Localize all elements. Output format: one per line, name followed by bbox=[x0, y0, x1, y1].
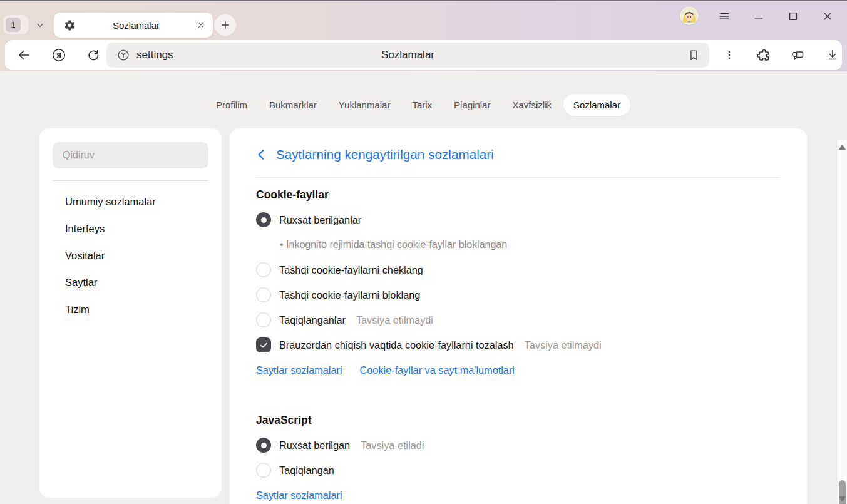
browser-menu-button[interactable] bbox=[716, 8, 732, 24]
maximize-icon bbox=[787, 10, 799, 23]
link-cookie-fayllar-va-sayt-ma-lumotlari[interactable]: Cookie-fayllar va sayt ma'lumotlari bbox=[360, 364, 515, 376]
settings-nav: ProfilimBukmarklarYuklanmalarTarixPlagin… bbox=[0, 94, 836, 116]
checkbox-checked-brauzerdan-chiqish-vaqtida-cookie-fayllarni-tozalash[interactable] bbox=[256, 337, 271, 352]
back-arrow-icon bbox=[16, 48, 31, 63]
radio-selected-ruxsat-berilgan[interactable] bbox=[256, 438, 271, 453]
sidebar-item-umumiy-sozlamalar[interactable]: Umumiy sozlamalar bbox=[39, 188, 222, 215]
nav-tab-plaginlar[interactable]: Plaginlar bbox=[444, 94, 500, 116]
search-input[interactable] bbox=[53, 142, 208, 168]
password-manager-button[interactable] bbox=[790, 48, 805, 63]
sidebar-item-saytlar[interactable]: Saytlar bbox=[39, 269, 222, 296]
download-icon bbox=[825, 48, 840, 63]
page-title[interactable]: Saytlarning kengaytirilgan sozlamalari bbox=[276, 147, 494, 162]
settings-page: ProfilimBukmarklarYuklanmalarTarixPlagin… bbox=[0, 71, 847, 504]
tab-title: Sozlamalar bbox=[76, 20, 197, 31]
option-tashqi-cookie-fayllarni-bloklang[interactable]: Tashqi cookie-fayllarni bloklang bbox=[256, 282, 779, 307]
back-chevron-icon[interactable] bbox=[256, 148, 266, 161]
sidebar-item-vositalar[interactable]: Vositalar bbox=[39, 242, 222, 269]
protect-icon bbox=[116, 48, 130, 62]
sidebar-item-interfeys[interactable]: Interfeys bbox=[39, 215, 222, 242]
scroll-down-button[interactable] bbox=[839, 496, 846, 501]
tab-list-dropdown-button[interactable] bbox=[31, 18, 49, 33]
nav-tab-profilim[interactable]: Profilim bbox=[206, 94, 257, 116]
sidebar-divider bbox=[53, 180, 208, 181]
section-links: Saytlar sozlamalariCookie-fayllar va say… bbox=[256, 357, 779, 383]
window-maximize-button[interactable] bbox=[785, 8, 801, 24]
option-tashqi-cookie-fayllarni-cheklang[interactable]: Tashqi cookie-fayllarni cheklang bbox=[256, 257, 779, 282]
minimize-icon bbox=[752, 10, 765, 23]
option-label: Tashqi cookie-fayllarni cheklang bbox=[279, 264, 423, 276]
settings-main-panel: Saytlarning kengaytirilgan sozlamalari C… bbox=[230, 128, 807, 504]
more-menu-button[interactable] bbox=[722, 48, 737, 63]
sections: Cookie-fayllarRuxsat berilganlar• Inkogn… bbox=[256, 187, 779, 504]
options-group: Ruxsat berilganlar• Inkognito rejimida t… bbox=[256, 207, 779, 357]
section-javascript: JavaScriptRuxsat berilganTavsiya etiladi… bbox=[256, 412, 779, 504]
options-group: Ruxsat berilganTavsiya etiladiTaqiqlanga… bbox=[256, 433, 779, 483]
sidebar-list: Umumiy sozlamalarInterfeysVositalarSaytl… bbox=[39, 188, 222, 323]
close-icon bbox=[821, 10, 834, 23]
browser-tab-sozlamalar[interactable]: Sozlamalar bbox=[54, 13, 213, 38]
tab-counter-button[interactable]: 1 bbox=[3, 15, 28, 34]
yandex-logo-icon: Я bbox=[51, 48, 66, 63]
option-note: Tavsiya etilmaydi bbox=[356, 314, 433, 326]
yandex-home-button[interactable]: Я bbox=[51, 48, 66, 63]
option-ruxsat-berilganlar[interactable]: Ruxsat berilganlar bbox=[256, 207, 779, 232]
window-minimize-button[interactable] bbox=[751, 8, 767, 24]
radio-tashqi-cookie-fayllarni-bloklang[interactable] bbox=[256, 287, 271, 302]
nav-tab-sozlamalar[interactable]: Sozlamalar bbox=[563, 94, 630, 116]
gear-icon bbox=[64, 19, 76, 31]
browser-window: 1 Sozlamalar bbox=[0, 0, 847, 504]
link-saytlar-sozlamalari[interactable]: Saytlar sozlamalari bbox=[256, 364, 342, 376]
option-label: Ruxsat berilgan bbox=[279, 440, 350, 451]
refresh-button[interactable] bbox=[86, 48, 101, 63]
option-label: Taqiqlanganlar bbox=[279, 314, 346, 326]
option-label: Tashqi cookie-fayllarni bloklang bbox=[279, 289, 420, 301]
option-note: Tavsiya etilmaydi bbox=[525, 339, 602, 351]
scroll-up-button[interactable] bbox=[839, 145, 846, 150]
option-label: Ruxsat berilganlar bbox=[279, 214, 361, 226]
tab-close-icon[interactable] bbox=[197, 21, 205, 29]
profile-avatar[interactable] bbox=[680, 6, 699, 25]
bookmark-icon[interactable] bbox=[687, 48, 701, 62]
option-taqiqlanganlar[interactable]: TaqiqlanganlarTavsiya etilmaydi bbox=[256, 307, 779, 332]
extensions-button[interactable] bbox=[756, 48, 771, 63]
nav-tab-bukmarklar[interactable]: Bukmarklar bbox=[259, 94, 327, 116]
tab-count-badge: 1 bbox=[6, 18, 21, 32]
nav-tab-tarix[interactable]: Tarix bbox=[402, 94, 442, 116]
scrollbar[interactable] bbox=[836, 140, 847, 504]
link-saytlar-sozlamalari[interactable]: Saytlar sozlamalari bbox=[256, 490, 342, 501]
radio-taqiqlanganlar[interactable] bbox=[256, 312, 271, 327]
option-brauzerdan-chiqish-vaqtida-cookie-fayllarni-tozalash[interactable]: Brauzerdan chiqish vaqtida cookie-faylla… bbox=[256, 332, 779, 357]
section-cookie-fayllar: Cookie-fayllarRuxsat berilganlar• Inkogn… bbox=[256, 187, 779, 383]
back-button[interactable] bbox=[16, 48, 31, 63]
window-close-button[interactable] bbox=[819, 8, 836, 24]
toolbar-page-title: Sozlamalar bbox=[106, 49, 709, 61]
downloads-button[interactable] bbox=[825, 48, 840, 63]
refresh-icon bbox=[86, 48, 101, 63]
nav-tab-yuklanmalar[interactable]: Yuklanmalar bbox=[329, 94, 401, 116]
page-heading-row: Saytlarning kengaytirilgan sozlamalari bbox=[256, 143, 779, 166]
address-bar[interactable]: settings Sozlamalar bbox=[106, 43, 709, 68]
section-links: Saytlar sozlamalari bbox=[256, 483, 779, 504]
section-title: JavaScript bbox=[256, 412, 779, 428]
radio-tashqi-cookie-fayllarni-cheklang[interactable] bbox=[256, 262, 271, 277]
toolbar: Я settings Sozlamalar bbox=[5, 40, 842, 70]
tab-strip: 1 Sozlamalar bbox=[0, 1, 847, 39]
section-title: Cookie-fayllar bbox=[256, 187, 779, 203]
option-note: Tavsiya etiladi bbox=[361, 440, 424, 451]
nav-tab-xavfsizlik[interactable]: Xavfsizlik bbox=[502, 94, 562, 116]
option-ruxsat-berilgan[interactable]: Ruxsat berilganTavsiya etiladi bbox=[256, 433, 779, 458]
settings-sidebar: Umumiy sozlamalarInterfeysVositalarSaytl… bbox=[39, 128, 222, 498]
radio-selected-ruxsat-berilganlar[interactable] bbox=[256, 212, 271, 227]
key-card-icon bbox=[790, 48, 805, 63]
new-tab-button[interactable] bbox=[215, 14, 236, 36]
option-label: Brauzerdan chiqish vaqtida cookie-faylla… bbox=[279, 339, 514, 351]
heading-divider bbox=[256, 177, 779, 178]
chevron-down-icon bbox=[34, 19, 46, 31]
url-text: settings bbox=[136, 49, 173, 61]
option-taqiqlangan[interactable]: Taqiqlangan bbox=[256, 458, 779, 483]
sidebar-item-tizim[interactable]: Tizim bbox=[39, 296, 222, 323]
puzzle-icon bbox=[756, 48, 771, 63]
radio-taqiqlangan[interactable] bbox=[256, 463, 271, 478]
option-label: Taqiqlangan bbox=[279, 465, 334, 476]
